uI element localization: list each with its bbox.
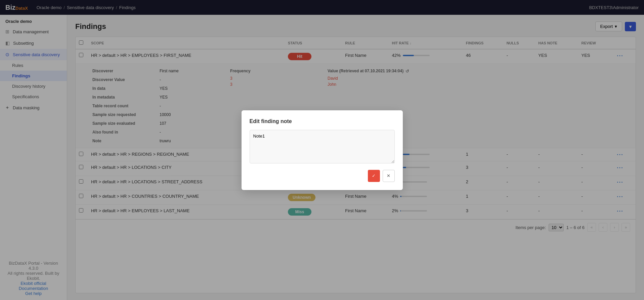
note-textarea[interactable]: Note1 [250,130,395,163]
modal-actions: ✓ ✕ [250,170,395,182]
confirm-icon: ✓ [372,173,376,178]
edit-note-modal: Edit finding note Note1 ✓ ✕ [242,110,403,190]
confirm-button[interactable]: ✓ [368,170,380,182]
cancel-icon: ✕ [387,173,390,178]
modal-title: Edit finding note [250,118,395,124]
modal-overlay[interactable]: Edit finding note Note1 ✓ ✕ [0,0,644,300]
cancel-modal-button[interactable]: ✕ [383,170,395,182]
